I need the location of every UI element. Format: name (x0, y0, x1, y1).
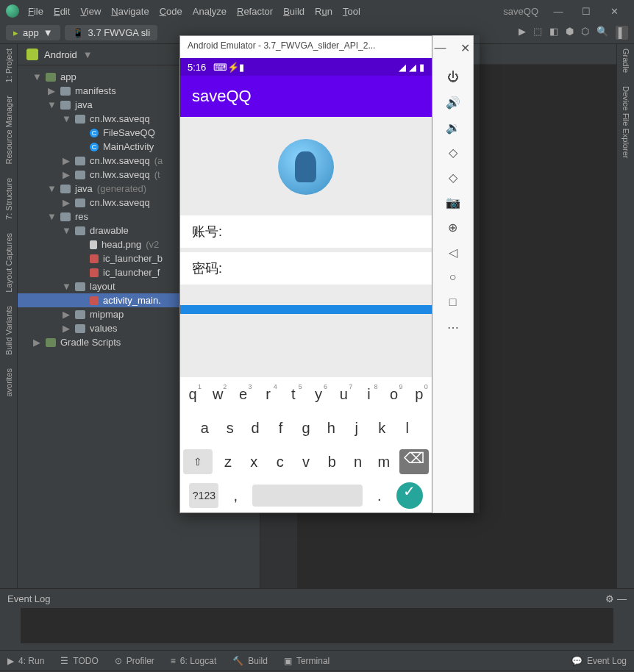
key-k[interactable]: k (371, 420, 392, 437)
menu-tool[interactable]: Tool (343, 6, 360, 17)
key-e[interactable]: e3 (232, 386, 253, 403)
key-d[interactable]: d (245, 420, 266, 437)
emulator-minimize-icon[interactable]: — (433, 40, 448, 55)
volume-down-icon[interactable]: 🔉 (446, 120, 460, 135)
gear-icon[interactable]: ⚙ — (605, 593, 627, 604)
main-menu: FileEditViewNavigateCodeAnalyzeRefactorB… (28, 6, 360, 17)
key-q[interactable]: q1 (182, 386, 203, 403)
key-s[interactable]: s (220, 420, 241, 437)
comma-key[interactable]: , (225, 487, 246, 504)
rotate-left-icon[interactable]: ◇ (446, 145, 460, 160)
bottom-tab[interactable]: ▶4: Run (7, 656, 44, 666)
rotate-right-icon[interactable]: ◇ (446, 170, 460, 185)
zoom-icon[interactable]: ⊕ (446, 220, 460, 235)
titlebar: FileEditViewNavigateCodeAnalyzeRefactorB… (0, 0, 634, 22)
right-tool-strip: GradleDevice File Explorer (616, 44, 634, 588)
maximize-button[interactable]: ☐ (572, 1, 600, 21)
bottom-tab-event-log[interactable]: 💬Event Log (571, 656, 627, 666)
period-key[interactable]: . (369, 487, 390, 504)
menu-run[interactable]: Run (315, 6, 332, 17)
password-field[interactable]: 密码: (180, 252, 432, 285)
window-title: saveQQ (503, 6, 538, 17)
key-z[interactable]: z (218, 454, 238, 471)
emulator-close-icon[interactable]: ✕ (458, 40, 473, 55)
key-w[interactable]: w2 (207, 386, 228, 403)
tool-window-tab[interactable]: Device File Explorer (621, 86, 630, 158)
key-p[interactable]: p0 (409, 386, 430, 403)
tool-window-tab[interactable]: Layout Captures (4, 233, 13, 293)
ide-logo-icon (6, 4, 19, 18)
app-bar: saveQQ (180, 76, 432, 117)
account-field[interactable]: 账号: (180, 215, 432, 248)
tool-window-tab[interactable]: Resource Manager (4, 96, 13, 165)
profile-icon[interactable]: ▌ (616, 26, 628, 40)
menu-navigate[interactable]: Navigate (111, 6, 149, 17)
shift-key[interactable]: ⇧ (183, 449, 213, 474)
keyboard-icon: ⌨ (213, 62, 227, 73)
bottom-tab[interactable]: ▣Terminal (284, 656, 330, 666)
event-log-panel: Event Log ⚙ — (0, 588, 634, 650)
minimize-button[interactable]: — (544, 1, 572, 21)
close-button[interactable]: ✕ (600, 1, 628, 21)
left-tool-strip: 1: ProjectResource Manager7: StructureLa… (0, 44, 18, 588)
camera-icon[interactable]: 📷 (446, 195, 460, 210)
symbols-key[interactable]: ?123 (189, 483, 218, 508)
menu-code[interactable]: Code (160, 6, 182, 17)
tool-window-tab[interactable]: 1: Project (4, 49, 13, 82)
toolbar-icon[interactable]: ⬢ (566, 26, 574, 40)
toolbar-icon[interactable]: ⬡ (581, 26, 589, 40)
key-o[interactable]: o9 (384, 386, 405, 403)
menu-refactor[interactable]: Refactor (237, 6, 273, 17)
back-icon[interactable]: ◁ (446, 245, 460, 260)
key-j[interactable]: j (346, 420, 367, 437)
tool-window-tab[interactable]: avorites (4, 368, 13, 397)
module-selector[interactable]: ▸app▼ (6, 25, 60, 40)
tool-window-tab[interactable]: Gradle (621, 49, 630, 73)
home-icon[interactable]: ○ (446, 270, 460, 285)
space-key[interactable] (252, 485, 363, 507)
overview-icon[interactable]: □ (446, 295, 460, 310)
key-m[interactable]: m (374, 454, 394, 471)
toolbar-icon[interactable]: ◧ (549, 26, 558, 40)
menu-build[interactable]: Build (283, 6, 304, 17)
key-x[interactable]: x (243, 454, 264, 471)
key-l[interactable]: l (397, 420, 418, 437)
bottom-tab[interactable]: ≡6: Logcat (171, 656, 216, 666)
key-a[interactable]: a (194, 420, 215, 437)
key-f[interactable]: f (271, 420, 291, 437)
key-t[interactable]: t5 (283, 386, 304, 403)
sd-icon: ▮ (239, 62, 244, 73)
key-v[interactable]: v (296, 454, 316, 471)
menu-analyze[interactable]: Analyze (193, 6, 227, 17)
bottom-tab[interactable]: 🔨Build (232, 656, 268, 666)
key-b[interactable]: b (321, 454, 342, 471)
search-icon[interactable]: 🔍 (596, 26, 608, 40)
menu-file[interactable]: File (28, 6, 43, 17)
menu-edit[interactable]: Edit (54, 6, 70, 17)
toolbar-icon[interactable]: ⬚ (533, 26, 542, 40)
bottom-tab[interactable]: ☰TODO (60, 656, 98, 666)
tool-window-tab[interactable]: 7: Structure (4, 178, 13, 220)
key-u[interactable]: u7 (333, 386, 354, 403)
toolbar-icon[interactable]: ▶ (519, 26, 526, 40)
key-y[interactable]: y6 (308, 386, 329, 403)
key-g[interactable]: g (296, 420, 316, 437)
bottom-tab[interactable]: ⊙Profiler (115, 656, 154, 666)
emulator-title: Android Emulator - 3.7_FWVGA_slider_API_… (180, 36, 432, 58)
key-h[interactable]: h (321, 420, 341, 437)
key-i[interactable]: i8 (358, 386, 379, 403)
menu-view[interactable]: View (80, 6, 101, 17)
device-selector[interactable]: 📱3.7 FWVGA sli (65, 25, 158, 40)
debug-icon: ⚡ (227, 62, 239, 73)
login-button[interactable] (180, 305, 432, 314)
tool-window-tab[interactable]: Build Variants (4, 306, 13, 355)
backspace-key[interactable]: ⌫ (399, 449, 429, 474)
event-log-body[interactable] (21, 608, 613, 643)
more-icon[interactable]: ⋯ (446, 320, 460, 335)
power-icon[interactable]: ⏻ (446, 70, 460, 85)
key-r[interactable]: r4 (258, 386, 279, 403)
key-n[interactable]: n (348, 454, 368, 471)
key-c[interactable]: c (270, 454, 291, 471)
volume-up-icon[interactable]: 🔊 (446, 95, 460, 110)
enter-key[interactable]: ✓ (396, 482, 423, 509)
